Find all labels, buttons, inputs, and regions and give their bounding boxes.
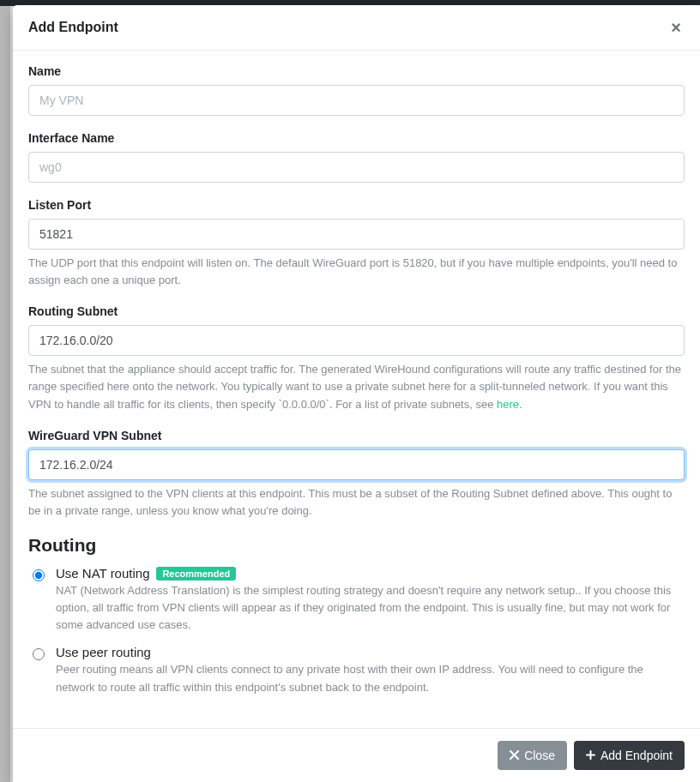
vpn-subnet-label: WireGuard VPN Subnet	[28, 429, 685, 442]
add-endpoint-modal: Add Endpoint × Name Interface Name Liste…	[13, 5, 700, 782]
close-icon	[510, 749, 519, 762]
interface-name-input[interactable]	[28, 152, 685, 183]
modal-title: Add Endpoint	[28, 20, 118, 35]
field-interface-name: Interface Name	[28, 131, 685, 183]
close-button-label: Close	[524, 749, 555, 762]
vpn-subnet-input[interactable]	[28, 449, 685, 480]
routing-heading: Routing	[28, 535, 685, 556]
routing-subnet-label: Routing Subnet	[28, 304, 685, 318]
app-sidebar-sliver	[0, 6, 10, 782]
listen-port-input[interactable]	[28, 219, 685, 250]
routing-option-nat: Use NAT routing Recommended NAT (Network…	[28, 566, 685, 642]
add-endpoint-button-label: Add Endpoint	[600, 749, 673, 762]
modal-footer: Close Add Endpoint	[13, 728, 700, 782]
close-icon[interactable]: ×	[667, 19, 685, 36]
private-subnets-link[interactable]: here	[497, 398, 519, 411]
routing-subnet-input[interactable]	[28, 325, 685, 356]
modal-body: Name Interface Name Listen Port The UDP …	[13, 51, 700, 728]
add-endpoint-button[interactable]: Add Endpoint	[574, 741, 685, 770]
routing-peer-label: Use peer routing	[56, 645, 151, 659]
modal-header: Add Endpoint ×	[13, 5, 700, 51]
field-name: Name	[28, 64, 685, 116]
routing-peer-help: Peer routing means all VPN clients conne…	[56, 661, 685, 695]
routing-nat-label: Use NAT routing	[56, 566, 150, 580]
listen-port-help: The UDP port that this endpoint will lis…	[28, 255, 685, 289]
field-listen-port: Listen Port The UDP port that this endpo…	[28, 198, 685, 289]
name-input[interactable]	[28, 85, 685, 116]
routing-peer-radio[interactable]	[33, 648, 45, 660]
routing-subnet-help: The subnet that the appliance should acc…	[28, 361, 685, 412]
routing-subnet-help-post: .	[519, 398, 522, 411]
field-routing-subnet: Routing Subnet The subnet that the appli…	[28, 304, 685, 412]
routing-nat-radio[interactable]	[33, 569, 45, 581]
recommended-badge: Recommended	[156, 567, 236, 580]
routing-nat-help: NAT (Network Address Translation) is the…	[56, 582, 685, 634]
routing-subnet-help-pre: The subnet that the appliance should acc…	[28, 363, 681, 410]
vpn-subnet-help: The subnet assigned to the VPN clients a…	[28, 485, 685, 520]
plus-icon	[586, 749, 595, 762]
listen-port-label: Listen Port	[28, 198, 685, 212]
close-button[interactable]: Close	[498, 741, 567, 770]
interface-name-label: Interface Name	[28, 131, 685, 145]
routing-option-peer: Use peer routing Peer routing means all …	[28, 645, 685, 704]
field-vpn-subnet: WireGuard VPN Subnet The subnet assigned…	[28, 429, 685, 520]
name-label: Name	[28, 64, 685, 78]
